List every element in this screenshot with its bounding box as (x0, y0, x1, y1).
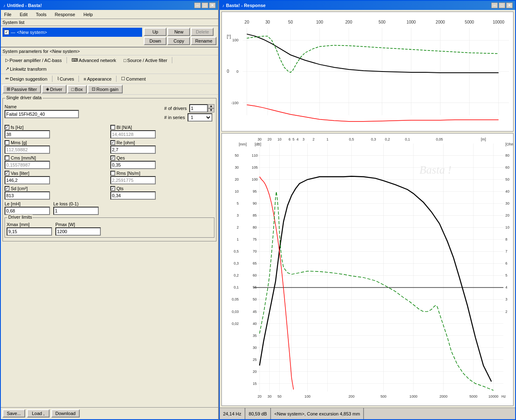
svg-text:10: 10 (278, 137, 282, 141)
source-filter-btn[interactable]: □ Source / Active filter (121, 56, 170, 64)
mms-checkbox[interactable] (5, 140, 10, 145)
svg-text:2000: 2000 (440, 394, 447, 399)
right-window: ♪ Basta! - Response ─ □ ✕ (219, 0, 516, 420)
rms-checkbox[interactable] (110, 171, 115, 176)
rms-input[interactable] (110, 176, 156, 184)
sd-cell: Sd [cm²] (5, 186, 109, 200)
right-close-button[interactable]: ✕ (506, 2, 513, 8)
menu-file[interactable]: File (2, 11, 13, 18)
power-amplifier-btn[interactable]: ▷ Power amplifier / AC-bass (2, 56, 65, 64)
rename-button[interactable]: Rename (191, 37, 216, 45)
copy-button[interactable]: Copy (167, 37, 190, 45)
svg-text:40: 40 (505, 189, 509, 193)
num-drivers-down[interactable]: ▼ (208, 108, 214, 112)
bl-input[interactable] (110, 130, 156, 138)
linkwitz-btn[interactable]: ↗ Linkwitz transform (2, 65, 50, 73)
svg-text:10000: 10000 (493, 20, 504, 24)
driver-section: Single driver data Name # of drivers (1, 95, 218, 407)
system-buttons: Up New Delete Down Copy Rename (144, 28, 216, 45)
svg-text:20: 20 (245, 20, 250, 24)
num-drivers-up[interactable]: ▲ (208, 104, 214, 108)
num-series-select[interactable]: 1 (188, 113, 212, 122)
left-title-bar: ♪ Untitled - Basta! ─ □ ✕ (1, 1, 218, 10)
appearance-btn[interactable]: ≡ Appearance (81, 75, 114, 83)
xmax-input[interactable] (7, 227, 52, 236)
svg-text:200: 200 (349, 394, 355, 399)
menu-tools[interactable]: Tools (34, 11, 48, 18)
load-button[interactable]: Load , (27, 409, 50, 418)
mms-checkbox-label[interactable]: Mms [g] (5, 140, 109, 145)
right-maximize-button[interactable]: □ (499, 2, 505, 8)
mms-input[interactable] (5, 146, 50, 154)
svg-text:20: 20 (268, 137, 272, 141)
close-button[interactable]: ✕ (209, 2, 216, 8)
qes-input[interactable] (110, 161, 156, 169)
tab-room-gain[interactable]: ⊡ Room gain (88, 85, 122, 93)
maximize-button[interactable]: □ (202, 2, 208, 8)
bl-checkbox[interactable] (110, 125, 115, 130)
qts-checkbox-label[interactable]: Qts (110, 186, 214, 191)
delete-button[interactable]: Delete (191, 28, 214, 36)
num-drivers-input[interactable] (189, 104, 208, 112)
vas-input[interactable] (5, 176, 50, 184)
advanced-network-btn[interactable]: ⌨ Advanced network (69, 56, 119, 64)
driver-icon: ◈ (46, 86, 49, 92)
svg-text:7: 7 (505, 249, 507, 253)
tab-box[interactable]: □ Box (67, 85, 87, 93)
cms-input[interactable] (5, 161, 50, 169)
pmax-input[interactable] (55, 227, 101, 236)
svg-text:20: 20 (253, 370, 257, 374)
svg-text:90: 90 (253, 201, 257, 205)
driver-limits-group: Driver limits Xmax [mm] Pmax [W] (5, 217, 214, 238)
design-suggestion-btn[interactable]: ✏ Design suggestion (2, 75, 50, 83)
le-loss-input[interactable] (53, 207, 99, 215)
status-bar: 24,14 Hz 80,59 dB <New system>, Cone exc… (220, 408, 515, 419)
qts-checkbox[interactable] (110, 186, 115, 191)
le-input[interactable] (5, 207, 50, 215)
fs-input[interactable] (5, 130, 50, 138)
bl-checkbox-label[interactable]: Bl [N/A] (110, 125, 214, 130)
vas-cell: Vas [liter] (5, 171, 109, 184)
re-input[interactable] (110, 146, 156, 154)
status-info: <New system>, Cone excursion 4,853 mm (271, 408, 364, 419)
app-icon: ♪ (3, 3, 5, 8)
num-series-label: # in series (164, 115, 185, 120)
menu-help[interactable]: Help (82, 11, 95, 18)
qes-checkbox[interactable] (110, 155, 115, 160)
sd-checkbox-label[interactable]: Sd [cm²] (5, 186, 109, 191)
re-checkbox[interactable] (110, 140, 115, 145)
right-minimize-button[interactable]: ─ (491, 2, 498, 8)
rms-checkbox-label[interactable]: Rms [Ns/m] (110, 171, 214, 176)
fs-cell: fs [Hz] (5, 125, 109, 138)
sd-input[interactable] (5, 191, 50, 200)
new-button[interactable]: New (167, 28, 190, 36)
down-button[interactable]: Down (144, 37, 166, 45)
re-checkbox-label[interactable]: Re [ohm] (110, 140, 214, 145)
name-input[interactable] (5, 110, 79, 118)
cms-checkbox-label[interactable]: Cms [mm/N] (5, 155, 109, 160)
comment-btn[interactable]: ☐ Comment (118, 75, 149, 83)
vas-checkbox-label[interactable]: Vas [liter] (5, 171, 109, 176)
vas-checkbox[interactable] (5, 171, 10, 176)
fs-checkbox-label[interactable]: fs [Hz] (5, 125, 109, 130)
up-button[interactable]: Up (144, 28, 166, 36)
minimize-button[interactable]: ─ (194, 2, 201, 8)
right-window-title: Basta! - Response (226, 3, 266, 8)
qes-checkbox-label[interactable]: Qes (110, 155, 214, 160)
cms-checkbox[interactable] (5, 155, 10, 160)
menu-response[interactable]: Response (53, 11, 77, 18)
svg-text:0,3: 0,3 (234, 261, 239, 265)
svg-text:5: 5 (237, 201, 239, 205)
menu-edit[interactable]: Edit (18, 11, 29, 18)
tab-driver[interactable]: ◈ Driver (42, 85, 66, 93)
save-button[interactable]: Save... (2, 409, 25, 418)
tab-passive-filter[interactable]: ⊞ Passive filter (2, 85, 41, 93)
qts-input[interactable] (110, 191, 156, 200)
fs-checkbox[interactable] (5, 125, 10, 130)
download-button[interactable]: Download (51, 409, 80, 418)
svg-text:1000: 1000 (407, 20, 416, 24)
system-list-item[interactable]: — <New system> (2, 28, 142, 37)
system-checkbox[interactable] (4, 30, 9, 35)
sd-checkbox[interactable] (5, 186, 10, 191)
curves-btn[interactable]: ⌇ Curves (54, 75, 77, 83)
